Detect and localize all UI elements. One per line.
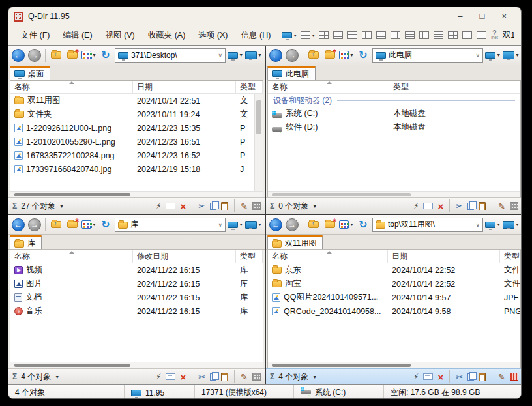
edit-icon[interactable]: ✎ xyxy=(241,373,248,381)
layout-icon[interactable] xyxy=(462,31,472,39)
delete-icon[interactable]: × xyxy=(437,202,443,210)
new-folder-button[interactable]: ∗ xyxy=(323,217,337,233)
back-button[interactable]: ← xyxy=(269,48,283,63)
scrollbar-thumb[interactable] xyxy=(256,100,261,134)
scrollbar-thumb[interactable] xyxy=(272,364,411,367)
cut-icon[interactable]: ✂ xyxy=(198,202,205,210)
library-row[interactable]: 文档 2024/11/22 16:15 库 xyxy=(10,291,263,304)
copy-icon[interactable] xyxy=(467,203,474,210)
menu-item[interactable]: 收藏夹 (A) xyxy=(142,27,192,44)
edit-icon[interactable]: ✎ xyxy=(241,202,248,210)
copy-icon[interactable] xyxy=(467,373,474,381)
horizontal-scrollbar[interactable] xyxy=(10,191,263,197)
column-date[interactable]: 日期 xyxy=(388,250,500,263)
address-combobox[interactable]: 此电脑 ∨ xyxy=(372,48,483,63)
copy-icon[interactable] xyxy=(210,373,216,381)
paste-icon[interactable] xyxy=(479,202,486,210)
rename-icon[interactable] xyxy=(166,203,175,209)
actions-icon[interactable]: ⚡ xyxy=(156,202,161,210)
scrollbar-thumb[interactable] xyxy=(14,364,130,367)
column-type[interactable]: 类型 xyxy=(236,250,263,263)
rename-icon[interactable] xyxy=(166,373,175,380)
delete-icon[interactable]: × xyxy=(437,373,443,381)
address-combobox[interactable]: top\双11用图\ ∨ xyxy=(372,218,483,232)
back-button[interactable]: ← xyxy=(11,48,25,63)
refresh-button[interactable]: ↻ xyxy=(356,48,370,63)
object-count-dropdown[interactable]: 27 个对象▼ xyxy=(21,201,64,212)
menu-item[interactable]: 文件 (F) xyxy=(15,27,55,44)
view-mode-button[interactable]: ▼ xyxy=(81,48,96,63)
file-row[interactable]: 1-220926112U00-L.png 2024/12/23 15:35 P xyxy=(10,121,263,135)
cut-icon[interactable]: ✂ xyxy=(456,373,463,381)
copy-icon[interactable] xyxy=(210,203,216,210)
layout-quad-dropdown-button[interactable]: ▼ xyxy=(301,27,316,43)
file-row[interactable]: QRCode_202410140958... 2024/10/14 9:58 P… xyxy=(268,304,520,318)
address-combobox[interactable]: 库 ∨ xyxy=(115,218,226,232)
horizontal-scrollbar[interactable] xyxy=(10,362,263,368)
scrollbar-thumb[interactable] xyxy=(272,193,411,196)
horizontal-scrollbar[interactable] xyxy=(268,191,520,197)
file-row[interactable]: 1-2010201055290-L.png 2024/12/23 16:51 P xyxy=(10,135,263,149)
layout-icon[interactable] xyxy=(347,31,357,39)
new-folder-button[interactable]: ∗ xyxy=(323,48,337,63)
menu-item[interactable]: 视图 (V) xyxy=(100,27,141,44)
actions-icon[interactable]: ⚡ xyxy=(156,373,161,381)
pane-target-button[interactable]: ▼ xyxy=(228,217,243,233)
menu-item[interactable]: 选项 (X) xyxy=(192,27,233,44)
layout-icon[interactable] xyxy=(434,31,443,39)
forward-button[interactable]: → xyxy=(27,48,42,63)
horizontal-scrollbar[interactable] xyxy=(268,362,520,368)
file-row[interactable]: QQ图片2024101409571... 2024/10/14 9:57 JPE xyxy=(268,291,520,304)
pane-target-button[interactable]: ▼ xyxy=(228,48,243,63)
column-type[interactable]: 类型 xyxy=(500,250,520,263)
layout-icon[interactable] xyxy=(319,31,329,39)
file-row[interactable]: 淘宝 2024/10/14 22:52 文件 xyxy=(268,277,520,291)
column-type[interactable]: 类型 xyxy=(236,81,263,93)
pane-target-button[interactable]: ▼ xyxy=(485,48,501,63)
computer-menu-button[interactable]: ▼ xyxy=(282,27,297,43)
select-pane-icon[interactable] xyxy=(510,202,518,210)
file-row[interactable]: 双11用图 2024/10/14 22:51 文 xyxy=(10,94,263,108)
layout-icon[interactable] xyxy=(405,31,415,39)
delete-icon[interactable]: × xyxy=(180,373,186,381)
library-row[interactable]: 视频 2024/11/22 16:15 库 xyxy=(10,263,263,277)
object-count-dropdown[interactable]: 4 个对象▼ xyxy=(278,371,317,383)
drive-row[interactable]: 系统 (C:) 本地磁盘 xyxy=(268,107,520,121)
rename-icon[interactable] xyxy=(423,373,433,380)
file-row[interactable]: 京东 2024/10/14 22:52 文件 xyxy=(268,263,520,277)
object-count-dropdown[interactable]: 4 个对象▼ xyxy=(21,371,59,383)
edit-icon[interactable]: ✎ xyxy=(498,202,505,210)
paste-icon[interactable] xyxy=(221,202,228,210)
tab-shuang11[interactable]: 双11用图 xyxy=(267,235,323,249)
favorite-shortcut-label[interactable]: 双11用 xyxy=(503,30,514,41)
drive-row[interactable]: 软件 (D:) 本地磁盘 xyxy=(268,121,520,134)
pane-target-button-2[interactable]: ▼ xyxy=(503,48,520,63)
delete-icon[interactable]: × xyxy=(180,202,186,210)
up-button[interactable]: ↑ xyxy=(306,217,321,233)
file-row[interactable]: 1733971668420740.jpg 2024/12/19 15:18 J xyxy=(10,162,263,176)
file-row[interactable]: 1678335722100284.png 2024/12/23 16:52 P xyxy=(10,149,263,162)
view-mode-button[interactable]: ▼ xyxy=(81,217,96,233)
up-button[interactable]: ↑ xyxy=(306,48,321,63)
pane-target-button[interactable]: ▼ xyxy=(485,217,501,233)
new-folder-button[interactable]: ∗ xyxy=(65,48,80,63)
object-count-dropdown[interactable]: 0 个对象▼ xyxy=(278,201,317,212)
maximize-button[interactable]: □ xyxy=(480,7,485,25)
pane-target-button-2[interactable]: ▼ xyxy=(245,48,262,63)
vertical-scrollbar[interactable] xyxy=(254,94,263,191)
group-header[interactable]: 设备和驱动器 (2) xyxy=(268,94,520,107)
column-date[interactable]: 日期 xyxy=(133,81,236,93)
select-pane-icon[interactable] xyxy=(252,202,261,210)
refresh-button[interactable]: ↻ xyxy=(98,48,113,63)
file-row[interactable]: 文件夹 2023/10/11 19:24 文 xyxy=(10,108,263,121)
minimize-button[interactable]: – xyxy=(458,7,462,25)
layout-icon[interactable] xyxy=(391,31,400,39)
cut-icon[interactable]: ✂ xyxy=(456,202,463,210)
rename-icon[interactable] xyxy=(423,203,433,209)
up-button[interactable]: ↑ xyxy=(49,48,63,63)
address-combobox[interactable]: 371\Desktop\ ∨ xyxy=(115,48,226,63)
up-button[interactable]: ↑ xyxy=(49,217,63,233)
edit-icon[interactable]: ✎ xyxy=(498,373,505,381)
paste-icon[interactable] xyxy=(221,373,228,381)
inet-help-icon[interactable]: ? inet xyxy=(491,31,497,40)
